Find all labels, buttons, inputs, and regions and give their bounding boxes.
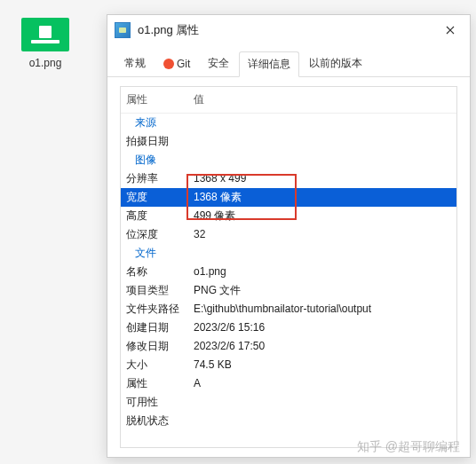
row-availability[interactable]: 可用性 bbox=[121, 393, 456, 412]
prop-label: 高度 bbox=[121, 207, 181, 225]
row-size[interactable]: 大小 74.5 KB bbox=[121, 356, 456, 374]
prop-value: o1.png bbox=[181, 263, 456, 281]
prop-value: 32 bbox=[181, 225, 456, 244]
prop-label: 文件夹路径 bbox=[121, 300, 181, 319]
prop-label: 宽度 bbox=[121, 188, 181, 207]
row-itemtype[interactable]: 项目类型 PNG 文件 bbox=[121, 281, 456, 300]
section-image: 图像 bbox=[121, 151, 456, 169]
watermark: 知乎 @超哥聊编程 bbox=[357, 439, 460, 455]
tab-previous-versions[interactable]: 以前的版本 bbox=[301, 51, 370, 75]
window-title: o1.png 属性 bbox=[138, 22, 438, 38]
titlebar: o1.png 属性 bbox=[107, 15, 470, 45]
prop-value: 499 像素 bbox=[181, 207, 456, 225]
prop-value: 2023/2/6 15:16 bbox=[181, 319, 456, 337]
desktop-file-item[interactable]: o1.png bbox=[14, 18, 76, 69]
row-height[interactable]: 高度 499 像素 bbox=[121, 207, 456, 225]
tab-content: 属性 值 来源 拍摄日期 图像 分辨率 1368 x 499 宽度 1368 像… bbox=[107, 77, 470, 457]
section-source: 来源 bbox=[121, 114, 456, 132]
row-folder[interactable]: 文件夹路径 E:\github\thumbnailator-tutorial\o… bbox=[121, 300, 456, 319]
prop-value: 1368 x 499 bbox=[181, 169, 456, 188]
close-button[interactable] bbox=[438, 21, 463, 39]
file-label: o1.png bbox=[29, 57, 62, 69]
row-offline[interactable]: 脱机状态 bbox=[121, 412, 456, 430]
prop-label: 位深度 bbox=[121, 225, 181, 244]
prop-label: 属性 bbox=[121, 374, 181, 393]
properties-dialog: o1.png 属性 常规 Git 安全 详细信息 以前的版本 属性 值 来源 拍… bbox=[107, 14, 471, 458]
file-thumbnail bbox=[21, 18, 69, 51]
prop-value: 74.5 KB bbox=[181, 356, 456, 374]
row-bitdepth[interactable]: 位深度 32 bbox=[121, 225, 456, 244]
prop-value: 1368 像素 bbox=[181, 188, 456, 207]
prop-label: 创建日期 bbox=[121, 319, 181, 337]
header-property: 属性 bbox=[121, 87, 181, 114]
header-value: 值 bbox=[181, 87, 456, 114]
section-file: 文件 bbox=[121, 244, 456, 263]
row-created[interactable]: 创建日期 2023/2/6 15:16 bbox=[121, 319, 456, 337]
prop-value: E:\github\thumbnailator-tutorial\output bbox=[181, 300, 456, 319]
row-name[interactable]: 名称 o1.png bbox=[121, 263, 456, 281]
prop-value: 2023/2/6 17:50 bbox=[181, 337, 456, 356]
prop-label: 修改日期 bbox=[121, 337, 181, 356]
tab-git[interactable]: Git bbox=[155, 53, 198, 75]
git-icon bbox=[163, 59, 174, 69]
prop-value: PNG 文件 bbox=[181, 281, 456, 300]
prop-label: 名称 bbox=[121, 263, 181, 281]
list-header: 属性 值 bbox=[121, 87, 456, 114]
row-width[interactable]: 宽度 1368 像素 bbox=[121, 188, 456, 207]
row-attrs[interactable]: 属性 A bbox=[121, 374, 456, 393]
tab-general[interactable]: 常规 bbox=[116, 51, 154, 75]
tab-git-label: Git bbox=[177, 58, 190, 70]
tab-security[interactable]: 安全 bbox=[200, 51, 237, 75]
prop-label: 脱机状态 bbox=[121, 412, 181, 430]
close-icon bbox=[446, 26, 455, 35]
row-modified[interactable]: 修改日期 2023/2/6 17:50 bbox=[121, 337, 456, 356]
prop-label: 项目类型 bbox=[121, 281, 181, 300]
prop-label: 拍摄日期 bbox=[121, 132, 181, 151]
prop-label: 分辨率 bbox=[121, 169, 181, 188]
tab-bar: 常规 Git 安全 详细信息 以前的版本 bbox=[107, 45, 470, 77]
image-file-icon bbox=[115, 22, 131, 38]
row-resolution[interactable]: 分辨率 1368 x 499 bbox=[121, 169, 456, 188]
prop-label: 大小 bbox=[121, 356, 181, 374]
prop-label: 可用性 bbox=[121, 393, 181, 412]
properties-list: 属性 值 来源 拍摄日期 图像 分辨率 1368 x 499 宽度 1368 像… bbox=[120, 86, 457, 448]
prop-value: A bbox=[181, 374, 456, 393]
row-date-taken[interactable]: 拍摄日期 bbox=[121, 132, 456, 151]
tab-details[interactable]: 详细信息 bbox=[239, 51, 299, 77]
